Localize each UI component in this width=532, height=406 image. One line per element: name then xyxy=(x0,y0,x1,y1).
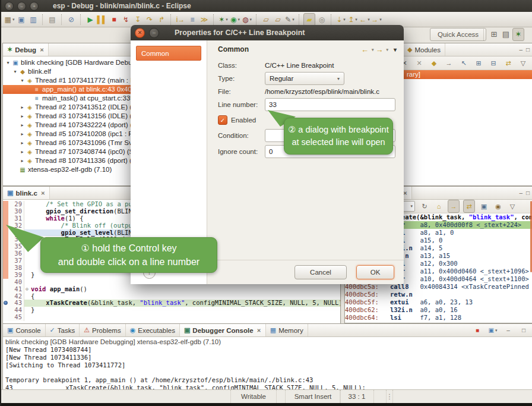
tab-debug[interactable]: ✶ Debug ✕ xyxy=(3,43,49,56)
goto-file-icon[interactable]: → xyxy=(444,57,454,69)
type-dropdown[interactable]: Regular ▾ xyxy=(265,72,344,85)
external-tools-dropdown-icon[interactable]: ◍▾ xyxy=(242,14,252,26)
editor-gutter[interactable] xyxy=(3,293,8,300)
open-perspective-icon[interactable]: ⊞ xyxy=(489,29,499,40)
terminate-console-icon[interactable]: ■ xyxy=(472,325,483,336)
open-folder-icon[interactable]: ▱ xyxy=(261,14,271,26)
new-wizard-icon[interactable]: ▦▾ xyxy=(4,14,15,26)
annotate-icon[interactable]: ✎▾ xyxy=(284,14,295,26)
editor-gutter[interactable] xyxy=(3,243,8,250)
remove-all-modules-icon[interactable]: ✕ xyxy=(414,57,425,69)
expander-icon[interactable]: ▸ xyxy=(19,130,26,139)
home-icon[interactable]: ⌂ xyxy=(433,200,444,212)
fold-icon[interactable]: ⊖ xyxy=(24,286,30,293)
sidebar-item-common[interactable]: Common xyxy=(136,46,201,61)
maximize-icon[interactable]: □ xyxy=(526,190,530,196)
cpp-perspective-icon[interactable]: ▤ xyxy=(501,29,511,40)
close-icon[interactable]: ✕ xyxy=(257,328,261,333)
tab-tasks[interactable]: ✓Tasks xyxy=(46,324,80,336)
line-number[interactable]: 41 xyxy=(8,286,24,293)
back-icon[interactable]: ← xyxy=(361,45,369,54)
status-drag-handle[interactable]: ⋮ xyxy=(386,390,393,403)
line-number[interactable]: 30 xyxy=(8,208,24,215)
resume-icon[interactable]: ▶ xyxy=(85,14,96,26)
window-minimize-button[interactable]: – xyxy=(17,2,26,11)
load-symbols-icon[interactable]: ◆ xyxy=(429,57,439,69)
line-number[interactable]: 40 xyxy=(8,279,24,286)
tab-debugger-console[interactable]: ▣Debugger Console✕ xyxy=(180,324,266,336)
tab-memory[interactable]: ▦Memory xyxy=(266,324,308,336)
editor-gutter[interactable] xyxy=(3,307,8,314)
forward-icon[interactable]: →▾ xyxy=(371,14,382,26)
tab-console[interactable]: ▣Console xyxy=(3,324,46,336)
expander-icon[interactable]: ▾ xyxy=(5,58,11,67)
editor-gutter[interactable] xyxy=(3,272,8,279)
view-menu-icon[interactable]: ▾ xyxy=(394,46,397,53)
dialog-close-button[interactable]: ✕ xyxy=(135,28,145,38)
tab-problems[interactable]: ⚠Problems xyxy=(80,324,125,336)
editor-gutter[interactable] xyxy=(3,314,8,321)
chevron-down-icon[interactable]: ▾ xyxy=(372,48,374,52)
expander-icon[interactable]: ▾ xyxy=(12,67,18,76)
close-icon[interactable]: ✕ xyxy=(40,47,44,53)
minimize-icon[interactable]: – xyxy=(503,325,514,336)
view-menu-icon[interactable]: ▽ xyxy=(507,200,518,212)
back-icon[interactable]: ←▾ xyxy=(359,14,370,26)
cancel-button[interactable]: Cancel xyxy=(294,265,347,279)
chevron-down-icon[interactable]: ▾ xyxy=(386,48,388,52)
expander-icon[interactable]: ▾ xyxy=(19,76,26,85)
enabled-checkbox[interactable]: ✓ xyxy=(218,115,227,125)
sync-selection-icon[interactable]: ⇄ xyxy=(463,200,475,213)
expander-icon[interactable]: ▸ xyxy=(19,139,26,147)
maximize-icon[interactable]: □ xyxy=(526,46,530,53)
skip-all-breakpoints-icon[interactable]: ⊘ xyxy=(66,14,77,26)
maximize-icon[interactable]: □ xyxy=(518,325,529,336)
mark-occurrences-icon[interactable]: ▰ xyxy=(303,13,315,26)
window-close-button[interactable]: ✕ xyxy=(5,2,14,11)
breakpoint-marker[interactable] xyxy=(3,300,8,307)
step-into-icon[interactable]: ↧ xyxy=(132,14,143,26)
quick-access-button[interactable]: Quick Access xyxy=(430,28,486,41)
view-menu-icon[interactable]: ▽ xyxy=(518,57,528,69)
tab-executables[interactable]: ◉Executables xyxy=(126,324,180,336)
binary-file-icon[interactable]: ▤ xyxy=(47,14,58,26)
instruction-stepping-icon[interactable]: i→ xyxy=(175,14,186,26)
expander-icon[interactable]: ▸ xyxy=(19,121,26,130)
link-with-debug-icon[interactable]: ⇄ xyxy=(503,57,514,69)
editor-gutter[interactable] xyxy=(3,208,8,215)
open-console-icon[interactable]: ▣▾ xyxy=(487,325,498,336)
editor-gutter[interactable] xyxy=(3,250,8,257)
editor-gutter[interactable] xyxy=(3,229,8,237)
pin-icon[interactable]: ◉ xyxy=(493,200,504,212)
window-maximize-button[interactable]: + xyxy=(30,2,39,11)
line-number[interactable]: 31 xyxy=(8,215,24,222)
expander-icon[interactable]: ▸ xyxy=(19,156,26,165)
refresh-icon[interactable]: ↻ xyxy=(419,200,430,212)
collapse-all-icon[interactable]: ⊟ xyxy=(488,57,499,69)
save-all-icon[interactable]: ▥ xyxy=(28,14,39,26)
debug-perspective-icon[interactable]: ✶ xyxy=(512,28,524,41)
tab-modules[interactable]: ◆ Modules xyxy=(403,43,445,56)
debug-dropdown-icon[interactable]: ✶▾ xyxy=(218,14,229,26)
deselect-icon[interactable]: ↖ xyxy=(458,57,469,69)
drop-to-frame-icon[interactable]: ≡ xyxy=(187,14,198,26)
editor-gutter[interactable] xyxy=(3,215,8,222)
editor-gutter[interactable] xyxy=(3,201,8,208)
minimize-icon[interactable]: – xyxy=(519,190,522,196)
new-view-icon[interactable]: ▣ xyxy=(479,200,489,212)
suspend-icon[interactable]: ▌▌ xyxy=(97,14,107,26)
expander-icon[interactable]: ▸ xyxy=(19,112,26,121)
forward-icon[interactable]: → xyxy=(375,45,383,54)
use-step-filters-icon[interactable]: ≫ xyxy=(199,14,210,26)
line-number[interactable]: 39 xyxy=(8,272,24,279)
close-icon[interactable]: ✕ xyxy=(41,190,45,196)
expand-all-icon[interactable]: ⊞ xyxy=(473,57,484,69)
step-over-icon[interactable]: ↷ xyxy=(144,14,155,26)
editor-gutter[interactable] xyxy=(3,257,8,265)
editor-gutter[interactable] xyxy=(3,286,8,293)
track-expression-icon[interactable]: → xyxy=(448,200,460,213)
previous-edit-location-icon[interactable]: ↥▾ xyxy=(347,14,358,26)
editor-gutter[interactable] xyxy=(3,236,8,243)
save-icon[interactable]: ▣ xyxy=(16,14,27,26)
disconnect-icon[interactable]: ↯ xyxy=(121,14,131,26)
